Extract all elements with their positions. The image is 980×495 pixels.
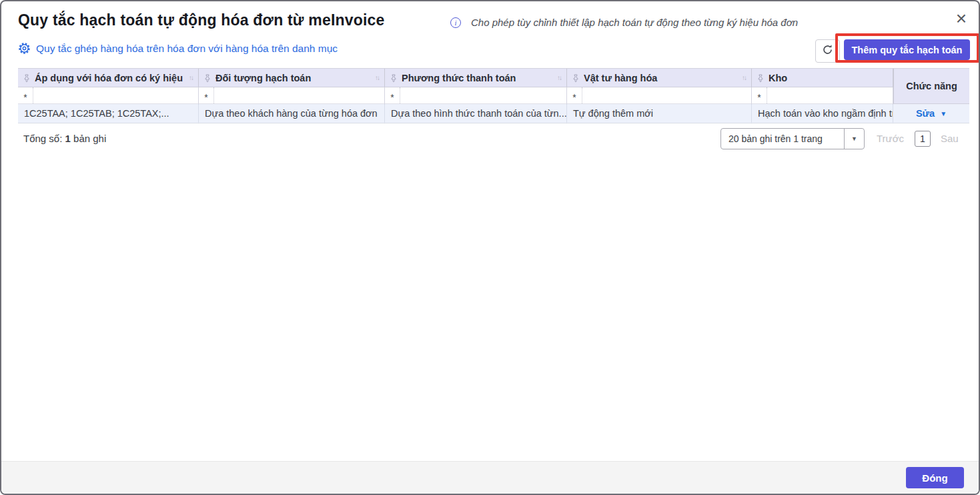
record-count-summary: Tổng số: 1 bản ghi bbox=[23, 133, 106, 144]
close-dialog-button[interactable]: Đóng bbox=[906, 467, 964, 488]
refresh-button[interactable] bbox=[815, 39, 840, 63]
mapping-rule-link[interactable]: Quy tắc ghép hàng hóa trên hóa đơn với h… bbox=[18, 42, 338, 55]
column-header-label: Vật tư hàng hóa bbox=[584, 73, 737, 83]
mapping-rule-link-label: Quy tắc ghép hàng hóa trên hóa đơn với h… bbox=[36, 43, 338, 55]
gear-icon bbox=[18, 42, 31, 55]
filter-mode[interactable]: * bbox=[752, 87, 767, 103]
edit-action-link[interactable]: Sửa bbox=[916, 108, 935, 119]
table-row-cell-doi-tuong[interactable]: Dựa theo khách hàng của từng hóa đơn bbox=[199, 104, 385, 123]
summary-count: 1 bbox=[65, 133, 71, 144]
summary-label: Tổng số: bbox=[23, 133, 62, 144]
filter-cell-vat-tu[interactable]: * bbox=[567, 87, 752, 104]
add-rule-button[interactable]: Thêm quy tắc hạch toán bbox=[844, 39, 970, 60]
column-header-label: Phương thức thanh toán bbox=[402, 73, 552, 83]
filter-input[interactable] bbox=[33, 87, 198, 103]
filter-input[interactable] bbox=[400, 87, 566, 103]
close-icon[interactable]: × bbox=[956, 9, 967, 28]
table-row-cell-phuong-thuc[interactable]: Dựa theo hình thức thanh toán của từn... bbox=[385, 104, 567, 123]
sort-icon[interactable]: ↑↓ bbox=[375, 74, 379, 81]
column-header-chuc-nang: Chức năng bbox=[893, 69, 969, 104]
page-title: Quy tắc hạch toán tự động hóa đơn từ meI… bbox=[18, 11, 385, 29]
chevron-down-icon[interactable]: ▼ bbox=[940, 110, 947, 117]
column-header-label: Kho bbox=[769, 73, 887, 83]
pin-icon bbox=[23, 74, 30, 82]
filter-mode[interactable]: * bbox=[199, 87, 213, 103]
pin-icon bbox=[204, 74, 211, 82]
filter-cell-phuong-thuc[interactable]: * bbox=[385, 87, 567, 104]
info-icon: i bbox=[450, 17, 461, 28]
column-header-label: Áp dụng với hóa đơn có ký hiệu bbox=[35, 73, 184, 83]
dialog-footer: Đóng bbox=[1, 461, 979, 494]
sort-icon[interactable]: ↑↓ bbox=[742, 74, 746, 81]
filter-input[interactable] bbox=[582, 87, 751, 103]
table-row-cell-ky-hieu[interactable]: 1C25TAA; 1C25TAB; 1C25TAX;... bbox=[18, 104, 199, 123]
sort-icon[interactable]: ↑↓ bbox=[557, 74, 561, 81]
page-size-select[interactable]: 20 bản ghi trên 1 trang ▼ bbox=[720, 128, 865, 149]
column-header-doi-tuong[interactable]: Đối tượng hạch toán ↑↓ bbox=[199, 69, 385, 87]
modal-dialog: Quy tắc hạch toán tự động hóa đơn từ meI… bbox=[0, 0, 980, 495]
rules-table: Áp dụng với hóa đơn có ký hiệu ↑↓ Đối tư… bbox=[18, 68, 969, 123]
table-row-cell-vat-tu[interactable]: Tự động thêm mới bbox=[567, 104, 752, 123]
filter-mode[interactable]: * bbox=[567, 87, 582, 103]
dialog-subtitle: Cho phép tùy chỉnh thiết lập hạch toán t… bbox=[471, 17, 798, 28]
sort-icon[interactable]: ↑↓ bbox=[189, 74, 193, 81]
refresh-icon bbox=[822, 44, 833, 58]
page-size-value: 20 bản ghi trên 1 trang bbox=[721, 129, 844, 149]
filter-mode[interactable]: * bbox=[18, 87, 33, 103]
filter-input[interactable] bbox=[213, 87, 384, 103]
filter-cell-ky-hieu[interactable]: * bbox=[18, 87, 199, 104]
column-header-label: Đối tượng hạch toán bbox=[215, 73, 370, 83]
pin-icon bbox=[572, 74, 579, 82]
next-page-button[interactable]: Sau bbox=[941, 133, 959, 144]
filter-mode[interactable]: * bbox=[385, 87, 400, 103]
chevron-down-icon[interactable]: ▼ bbox=[844, 129, 864, 149]
summary-unit: bản ghi bbox=[73, 133, 106, 144]
column-header-vat-tu[interactable]: Vật tư hàng hóa ↑↓ bbox=[567, 69, 752, 87]
table-row-cell-kho[interactable]: Hạch toán vào kho ngầm định trê bbox=[752, 104, 893, 123]
column-header-phuong-thuc[interactable]: Phương thức thanh toán ↑↓ bbox=[385, 69, 567, 87]
current-page-input[interactable]: 1 bbox=[915, 131, 931, 147]
pin-icon bbox=[757, 74, 764, 82]
column-header-kho[interactable]: Kho bbox=[752, 69, 893, 87]
table-row-actions: Sửa ▼ bbox=[893, 104, 969, 123]
filter-cell-kho[interactable]: * bbox=[752, 87, 893, 104]
filter-cell-doi-tuong[interactable]: * bbox=[199, 87, 385, 104]
pin-icon bbox=[390, 74, 397, 82]
column-header-ky-hieu[interactable]: Áp dụng với hóa đơn có ký hiệu ↑↓ bbox=[18, 69, 199, 87]
prev-page-button[interactable]: Trước bbox=[877, 133, 904, 144]
filter-input[interactable] bbox=[767, 87, 893, 103]
